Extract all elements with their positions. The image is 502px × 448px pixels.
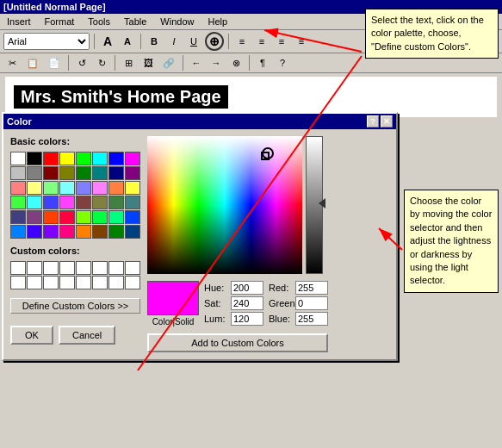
custom-swatch-0[interactable] (10, 261, 26, 275)
color-swatch-37[interactable] (92, 210, 108, 224)
lightness-bar[interactable] (306, 136, 323, 274)
color-swatch-42[interactable] (43, 225, 59, 239)
custom-swatch-4[interactable] (76, 261, 91, 275)
cancel-btn[interactable]: Cancel (59, 326, 115, 345)
image-btn[interactable]: 🖼 (139, 56, 157, 70)
hue-input[interactable] (231, 281, 263, 295)
custom-swatch-14[interactable] (108, 276, 124, 289)
green-input[interactable] (295, 296, 328, 310)
color-swatch-9[interactable] (27, 166, 42, 180)
color-swatch-19[interactable] (59, 181, 75, 195)
color-swatch-22[interactable] (108, 181, 124, 195)
color-swatch-6[interactable] (108, 152, 124, 165)
color-swatch-35[interactable] (59, 210, 75, 224)
color-swatch-5[interactable] (92, 152, 108, 165)
dialog-close-btn[interactable]: ✕ (381, 115, 393, 128)
custom-swatch-3[interactable] (59, 261, 75, 275)
color-swatch-25[interactable] (27, 196, 42, 209)
color-swatch-13[interactable] (92, 166, 108, 180)
stop-btn[interactable]: ⊗ (227, 56, 245, 71)
custom-swatch-8[interactable] (10, 276, 26, 289)
color-swatch-33[interactable] (27, 210, 42, 224)
custom-swatch-6[interactable] (108, 261, 124, 275)
color-swatch-45[interactable] (92, 225, 108, 239)
color-swatch-18[interactable] (43, 181, 59, 195)
custom-swatch-1[interactable] (27, 261, 42, 275)
sat-input[interactable] (231, 296, 263, 310)
italic-btn[interactable]: I (165, 34, 183, 48)
underline-btn[interactable]: U (185, 34, 202, 48)
color-swatch-21[interactable] (92, 181, 108, 195)
custom-swatch-13[interactable] (92, 276, 108, 289)
align-right-btn[interactable]: ≡ (273, 34, 290, 48)
color-swatch-24[interactable] (10, 196, 26, 209)
custom-swatch-9[interactable] (27, 276, 42, 289)
cut-btn[interactable]: ✂ (3, 56, 21, 71)
custom-swatch-7[interactable] (125, 261, 140, 275)
color-swatch-20[interactable] (76, 181, 91, 195)
color-swatch-4[interactable] (76, 152, 91, 165)
copy-btn[interactable]: 📋 (23, 56, 42, 71)
font-size-large-btn[interactable]: A (99, 33, 116, 50)
dialog-help-btn[interactable]: ? (367, 115, 379, 128)
color-swatch-41[interactable] (27, 225, 42, 239)
color-swatch-8[interactable] (10, 166, 26, 180)
color-swatch-0[interactable] (10, 152, 26, 165)
color-swatch-40[interactable] (10, 225, 26, 239)
color-swatch-7[interactable] (125, 152, 140, 165)
color-swatch-43[interactable] (59, 225, 75, 239)
align-center-btn[interactable]: ≡ (253, 34, 270, 48)
color-swatch-14[interactable] (108, 166, 124, 180)
menu-insert[interactable]: Insert (3, 16, 34, 28)
color-canvas[interactable] (147, 136, 302, 274)
color-swatch-39[interactable] (125, 210, 140, 224)
ok-btn[interactable]: OK (10, 326, 53, 345)
help-btn[interactable]: ? (274, 56, 291, 70)
color-swatch-23[interactable] (125, 181, 140, 195)
color-swatch-16[interactable] (10, 181, 26, 195)
custom-swatch-11[interactable] (59, 276, 75, 289)
bold-btn[interactable]: B (146, 34, 163, 48)
color-swatch-44[interactable] (76, 225, 91, 239)
color-swatch-10[interactable] (43, 166, 59, 180)
menu-tools[interactable]: Tools (84, 16, 114, 28)
custom-swatch-12[interactable] (76, 276, 91, 289)
color-swatch-47[interactable] (125, 225, 140, 239)
color-swatch-2[interactable] (43, 152, 59, 165)
color-swatch-26[interactable] (43, 196, 59, 209)
custom-swatch-2[interactable] (43, 261, 59, 275)
define-custom-colors-btn[interactable]: Define Custom Colors >> (10, 298, 140, 314)
color-swatch-3[interactable] (59, 152, 75, 165)
custom-swatch-10[interactable] (43, 276, 59, 289)
color-swatch-11[interactable] (59, 166, 75, 180)
paste-btn[interactable]: 📄 (45, 56, 64, 71)
font-size-small-btn[interactable]: A (119, 34, 136, 48)
align-left-btn[interactable]: ≡ (233, 34, 251, 48)
color-gradient-container[interactable] (147, 136, 302, 274)
color-palette-btn[interactable]: ⊕ (205, 32, 224, 51)
custom-swatch-5[interactable] (92, 261, 108, 275)
redo-btn[interactable]: ↻ (93, 56, 110, 71)
color-swatch-36[interactable] (76, 210, 91, 224)
undo-btn[interactable]: ↺ (73, 56, 90, 71)
menu-table[interactable]: Table (121, 16, 150, 28)
back-btn[interactable]: ← (188, 56, 205, 70)
lum-input[interactable] (231, 312, 263, 326)
color-swatch-31[interactable] (125, 196, 140, 209)
color-swatch-38[interactable] (108, 210, 124, 224)
color-swatch-27[interactable] (59, 196, 75, 209)
color-swatch-32[interactable] (10, 210, 26, 224)
menu-format[interactable]: Format (41, 16, 78, 28)
color-swatch-17[interactable] (27, 181, 42, 195)
color-swatch-15[interactable] (125, 166, 140, 180)
blue-input[interactable] (295, 312, 328, 326)
color-swatch-1[interactable] (27, 152, 42, 165)
color-swatch-34[interactable] (43, 210, 59, 224)
color-swatch-12[interactable] (76, 166, 91, 180)
font-select[interactable]: Arial (3, 33, 90, 50)
align-justify-btn[interactable]: ≡ (293, 34, 310, 48)
add-to-custom-btn[interactable]: Add to Custom Colors (147, 333, 328, 352)
paragraph-btn[interactable]: ¶ (254, 56, 271, 70)
menu-window[interactable]: Window (157, 16, 197, 28)
link-btn[interactable]: 🔗 (159, 56, 178, 71)
